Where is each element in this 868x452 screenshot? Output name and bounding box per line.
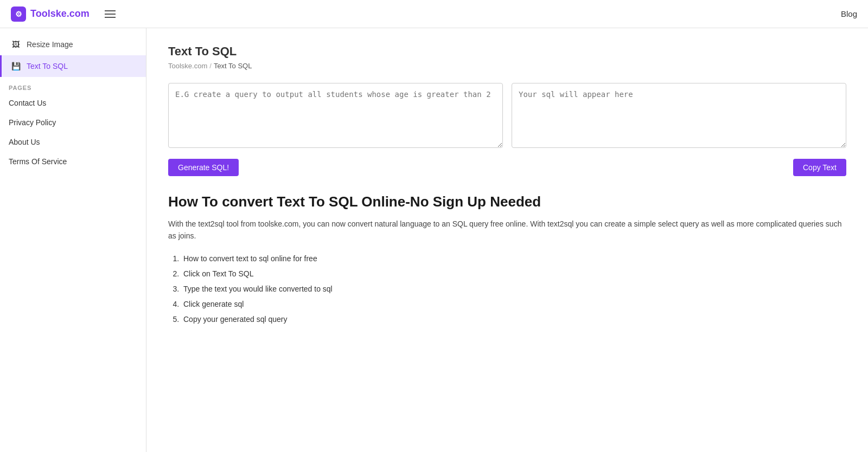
navbar: ⚙ Toolske.com Blog — [0, 0, 868, 28]
sidebar-item-terms-of-service[interactable]: Terms Of Service — [0, 152, 146, 171]
copy-text-button[interactable]: Copy Text — [793, 159, 846, 176]
breadcrumb-current: Text To SQL — [214, 62, 252, 70]
buttons-row: Generate SQL! Copy Text — [168, 159, 846, 176]
text-areas-container — [168, 83, 846, 148]
sidebar: 🖼 Resize Image 💾 Text To SQL PAGES Conta… — [0, 28, 146, 452]
main-content: Text To SQL Toolske.com / Text To SQL Ge… — [146, 28, 868, 452]
sidebar-item-about-us[interactable]: About Us — [0, 132, 146, 152]
brand-name: Toolske.com — [30, 8, 90, 20]
list-item: How to convert text to sql online for fr… — [181, 251, 846, 266]
resize-image-icon: 🖼 — [10, 39, 21, 50]
page-title: Text To SQL — [168, 44, 846, 59]
list-item: Click on Text To SQL — [181, 266, 846, 281]
layout: 🖼 Resize Image 💾 Text To SQL PAGES Conta… — [0, 28, 868, 452]
info-description: With the text2sql tool from toolske.com,… — [168, 218, 846, 242]
sidebar-item-resize-image[interactable]: 🖼 Resize Image — [0, 34, 146, 55]
sql-input-textarea[interactable] — [168, 83, 503, 148]
blog-link[interactable]: Blog — [841, 9, 857, 18]
list-item: Copy your generated sql query — [181, 312, 846, 327]
info-heading: How To convert Text To SQL Online-No Sig… — [168, 193, 846, 210]
breadcrumb-home[interactable]: Toolske.com — [168, 62, 207, 70]
brand-logo[interactable]: ⚙ Toolske.com — [11, 7, 90, 22]
generate-sql-button[interactable]: Generate SQL! — [168, 159, 239, 176]
sidebar-item-text-to-sql[interactable]: 💾 Text To SQL — [0, 55, 146, 77]
brand-icon: ⚙ — [11, 7, 26, 22]
info-steps-list: How to convert text to sql online for fr… — [168, 251, 846, 327]
breadcrumb: Toolske.com / Text To SQL — [168, 62, 846, 70]
breadcrumb-separator: / — [209, 62, 212, 70]
sidebar-item-label: Resize Image — [27, 40, 73, 49]
sidebar-item-label: Text To SQL — [27, 62, 68, 70]
info-section: How To convert Text To SQL Online-No Sig… — [168, 193, 846, 327]
list-item: Type the text you would like converted t… — [181, 281, 846, 296]
sidebar-item-contact-us[interactable]: Contact Us — [0, 93, 146, 113]
hamburger-line-2 — [105, 14, 116, 15]
text-to-sql-icon: 💾 — [10, 61, 21, 72]
sql-output-textarea[interactable] — [512, 83, 846, 148]
hamburger-line-1 — [105, 10, 116, 11]
list-item: Click generate sql — [181, 296, 846, 312]
hamburger-line-3 — [105, 17, 116, 18]
pages-section-label: PAGES — [0, 77, 146, 93]
sidebar-item-privacy-policy[interactable]: Privacy Policy — [0, 113, 146, 132]
hamburger-button[interactable] — [103, 8, 118, 20]
